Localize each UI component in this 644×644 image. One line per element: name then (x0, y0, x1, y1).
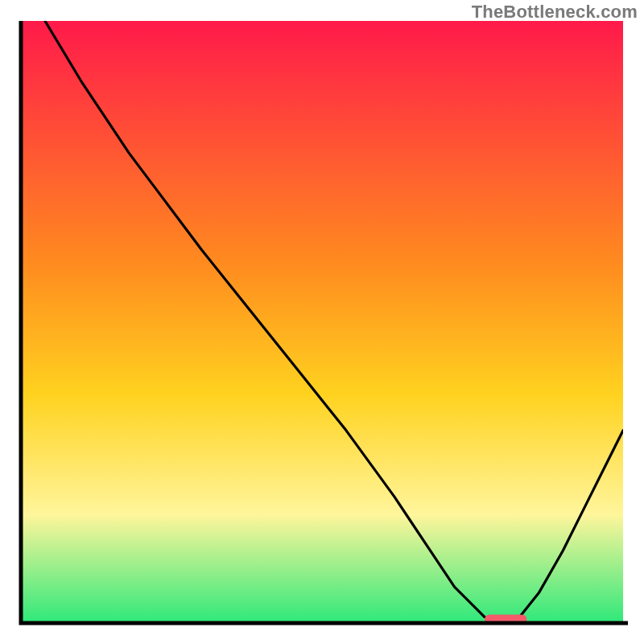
watermark-text: TheBottleneck.com (472, 2, 638, 23)
gradient-background (21, 21, 623, 623)
plot-area (16, 21, 628, 633)
chart-container: TheBottleneck.com (0, 0, 644, 644)
plot-svg (16, 21, 628, 633)
